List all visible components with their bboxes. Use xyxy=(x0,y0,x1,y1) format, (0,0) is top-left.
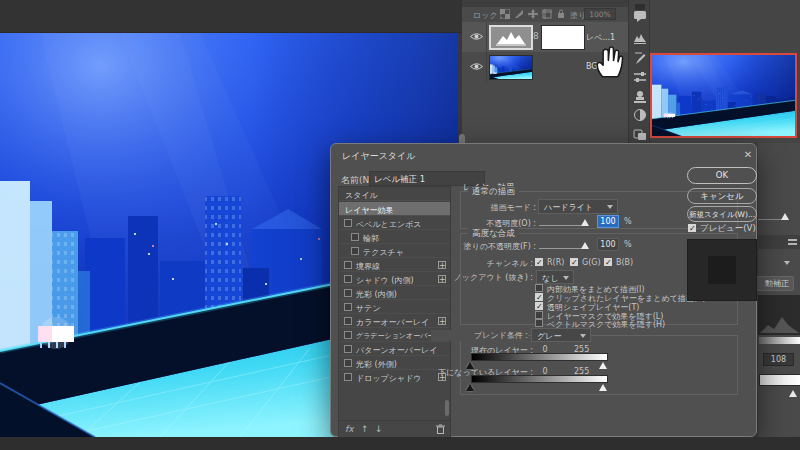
style-item-satin[interactable]: サテン xyxy=(339,300,450,314)
levels-adjustment-thumbnail[interactable] xyxy=(489,25,533,50)
lock-transparent-icon[interactable] xyxy=(500,9,510,19)
blend-mode-label: 描画モード : xyxy=(411,202,536,213)
layer-mask-hides-checkbox[interactable] xyxy=(535,311,543,319)
histogram-icon[interactable] xyxy=(633,31,647,45)
styles-list-scrollbar[interactable] xyxy=(445,400,449,416)
bg-thumbnail-image xyxy=(490,56,532,79)
preview-row: プレビュー(V) xyxy=(688,223,756,235)
percent-sign: % xyxy=(624,217,632,226)
slider-line xyxy=(758,219,782,220)
new-style-button[interactable]: 新規スタイル(W)... xyxy=(687,206,757,222)
checkbox[interactable] xyxy=(344,275,352,283)
photoshop-window: ロック : 塗り : 100% 8 レベ...1 BG xyxy=(0,0,800,450)
add-instance-icon[interactable] xyxy=(438,317,446,325)
current-layer-gradient[interactable] xyxy=(471,353,608,361)
adjustment-circle-icon[interactable] xyxy=(633,108,647,122)
navigator-panel xyxy=(650,0,800,143)
brush-icon[interactable] xyxy=(633,52,647,66)
preset-dropdown-chevron-icon[interactable] xyxy=(784,261,790,265)
fill-opacity-slider[interactable] xyxy=(539,248,587,249)
cancel-button[interactable]: キャンセル xyxy=(687,188,757,204)
close-icon[interactable]: ✕ xyxy=(741,148,755,162)
layers-lock-row: ロック : 塗り : 100% xyxy=(462,7,628,22)
knockout-dropdown[interactable]: なし xyxy=(536,270,574,284)
navigator-proxy-view[interactable] xyxy=(650,53,797,138)
levels-value-field[interactable]: 108 xyxy=(763,353,794,366)
checkbox[interactable] xyxy=(344,261,352,269)
panel-menu-icon[interactable] xyxy=(788,239,797,245)
style-preview-inner xyxy=(708,256,736,284)
fill-value-box[interactable]: 100% xyxy=(584,8,616,20)
layer-name[interactable]: レベ...1 xyxy=(586,32,615,43)
fill-opacity-value[interactable]: 100 xyxy=(597,238,619,251)
checkbox[interactable] xyxy=(344,345,352,353)
lock-pixels-icon[interactable] xyxy=(514,9,524,19)
visibility-eye-icon[interactable] xyxy=(470,62,483,71)
blend-interior-checkbox[interactable] xyxy=(535,284,543,292)
divider xyxy=(486,52,487,82)
hand-cursor-icon xyxy=(593,44,625,78)
blend-if-dropdown[interactable]: グレー xyxy=(531,328,591,342)
fill-opacity-slider-thumb[interactable] xyxy=(581,242,589,249)
visibility-eye-icon[interactable] xyxy=(470,32,483,41)
advanced-group-title: 高度な合成 xyxy=(468,228,519,240)
styles-list-footer: fx ↑ ↓ xyxy=(339,420,450,437)
channel-r-label: R(R) xyxy=(547,258,564,267)
opacity-slider[interactable] xyxy=(539,225,587,226)
lock-artboard-icon[interactable] xyxy=(542,9,552,19)
style-item-color-overlay[interactable]: カラーオーバーレイ xyxy=(339,314,450,328)
divider xyxy=(486,22,487,52)
channel-g-checkbox[interactable] xyxy=(570,258,578,266)
move-down-icon[interactable]: ↓ xyxy=(375,424,383,434)
style-item-inner-glow[interactable]: 光彩 (内側) xyxy=(339,286,450,300)
lock-all-icon[interactable] xyxy=(556,9,566,19)
mixer-sliders-icon[interactable] xyxy=(633,70,647,84)
opacity-value[interactable]: 100 xyxy=(597,215,619,228)
swatches-icon[interactable] xyxy=(633,127,647,141)
layer-mask-thumbnail[interactable] xyxy=(541,25,585,50)
checkbox[interactable] xyxy=(344,331,352,339)
delete-trash-icon[interactable] xyxy=(436,424,445,434)
levels-histogram xyxy=(758,295,800,335)
checkbox[interactable] xyxy=(351,233,359,241)
styles-header: スタイル xyxy=(339,187,450,201)
checkbox[interactable] xyxy=(344,289,352,297)
percent-sign: % xyxy=(624,240,632,249)
style-item-pattern-overlay[interactable]: パターンオーバーレイ xyxy=(339,342,450,356)
input-levels-gradient[interactable] xyxy=(759,337,800,344)
checkbox[interactable] xyxy=(344,373,352,381)
vector-mask-hides-checkbox[interactable] xyxy=(535,319,543,327)
transparency-shapes-checkbox[interactable] xyxy=(535,302,543,310)
checkbox[interactable] xyxy=(344,359,352,367)
chevron-down-icon xyxy=(580,334,586,338)
comment-icon[interactable] xyxy=(633,9,647,23)
checkbox[interactable] xyxy=(344,317,352,325)
output-levels-gradient[interactable] xyxy=(759,374,800,386)
underlying-layer-gradient[interactable] xyxy=(471,375,608,383)
checkbox[interactable] xyxy=(344,303,352,311)
channel-r-checkbox[interactable] xyxy=(535,258,543,266)
channel-b-checkbox[interactable] xyxy=(604,258,612,266)
fx-icon[interactable]: fx xyxy=(345,424,354,434)
auto-correct-button[interactable]: 動補正 xyxy=(754,276,794,291)
mask-link-icon[interactable]: 8 xyxy=(533,31,539,41)
blend-clipped-checkbox[interactable] xyxy=(535,293,543,301)
output-slider-icon[interactable] xyxy=(789,390,797,397)
channels-label: チャンネル : xyxy=(411,258,533,269)
underlying-shadow-slider[interactable] xyxy=(466,384,474,391)
chevron-down-icon xyxy=(607,205,613,209)
blend-mode-dropdown[interactable]: ハードライト xyxy=(538,199,618,214)
checkbox[interactable] xyxy=(351,247,359,255)
underlying-highlight-slider[interactable] xyxy=(599,384,607,391)
preview-checkbox[interactable] xyxy=(688,224,696,232)
move-up-icon[interactable]: ↑ xyxy=(361,424,369,434)
checkbox[interactable] xyxy=(344,219,352,227)
opacity-slider-thumb[interactable] xyxy=(581,219,589,226)
clone-stamp-icon[interactable] xyxy=(633,90,647,104)
status-bar xyxy=(0,437,800,450)
current-highlight-slider[interactable] xyxy=(599,362,607,369)
ok-button[interactable]: OK xyxy=(687,167,757,184)
bg-layer-thumbnail[interactable] xyxy=(489,55,533,80)
midtone-slider-icon[interactable] xyxy=(781,213,789,220)
lock-position-icon[interactable] xyxy=(528,9,538,19)
